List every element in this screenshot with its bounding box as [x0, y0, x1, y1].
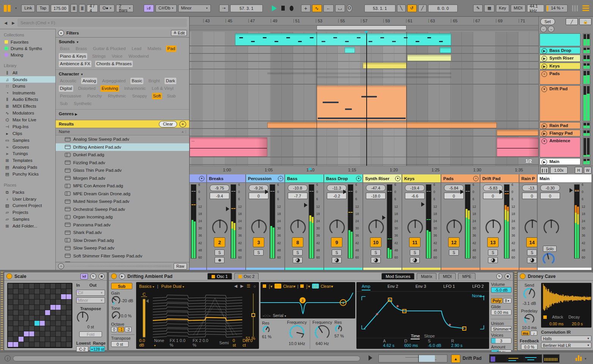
scale-grid-cell[interactable]: [50, 315, 55, 320]
ir-category-menu[interactable]: Halls▼: [541, 336, 591, 341]
scale-grid-cell[interactable]: [50, 284, 55, 289]
scale-grid-cell[interactable]: [19, 337, 24, 342]
scale-grid-cell[interactable]: [13, 321, 18, 326]
scale-grid-cell[interactable]: [56, 315, 61, 320]
mixer-strip-pads[interactable]: Pads≡-5.840606121824303642486012S: [441, 174, 480, 270]
scale-grid-cell[interactable]: [45, 305, 50, 310]
root-note-menu[interactable]: C#/Db▾: [155, 5, 177, 12]
feedback-value[interactable]: 0.0 %: [521, 344, 538, 350]
unison-mode-menu[interactable]: Shimmer▼: [491, 326, 511, 332]
volume-value[interactable]: -5.0 dB: [491, 287, 511, 293]
sidebar-item-templates[interactable]: ⊞Templates: [0, 157, 55, 164]
transpose-knob[interactable]: [76, 311, 89, 325]
scale-grid-cell[interactable]: [45, 342, 50, 347]
link-button[interactable]: Link: [21, 5, 35, 12]
filter2-mode-menu[interactable]: Clean▾: [321, 284, 333, 289]
nudge-up-button[interactable]: ||||: [79, 4, 86, 13]
character-tag-soft[interactable]: Soft: [152, 93, 162, 99]
hot-swap-icon[interactable]: ↻: [496, 273, 502, 279]
scale-grid-cell[interactable]: [8, 337, 13, 342]
scale-grid-cell[interactable]: [45, 289, 50, 294]
track-header-rain-pad[interactable]: ▶Rain Pad: [540, 122, 580, 129]
mixer-strip-percussion[interactable]: Percussion≡-9.26060612182430364248603S: [246, 174, 285, 270]
sidebar-item-packs[interactable]: ⧉Packs: [0, 189, 55, 196]
sidebar-item-mixing[interactable]: Mixing: [0, 52, 55, 58]
scale-grid-cell[interactable]: [45, 331, 50, 336]
scale-grid-cell[interactable]: [24, 342, 29, 347]
wavetable-position-slider[interactable]: [251, 293, 255, 337]
stop-button[interactable]: [281, 6, 285, 11]
sounds-tag-mallets[interactable]: Mallets: [146, 46, 162, 52]
scale-grid-cell[interactable]: [50, 342, 55, 347]
scale-grid-cell[interactable]: [35, 326, 39, 331]
drift-device-on-toggle[interactable]: [111, 273, 117, 279]
ir-file-menu[interactable]: Berliner Hall LR▼: [541, 342, 591, 348]
groove-amount-button[interactable]: O●▾: [99, 5, 114, 12]
character-filter-group-title[interactable]: Character ▼: [59, 71, 186, 78]
filter2-res-value[interactable]: 57 %: [334, 334, 355, 338]
save-preset-icon[interactable]: ▣: [505, 273, 511, 279]
fader-handle[interactable]: [265, 190, 268, 194]
scale-grid-cell[interactable]: [29, 289, 34, 294]
character-tag-punchy[interactable]: Punchy: [86, 93, 103, 99]
strip-header[interactable]: Main: [538, 174, 592, 183]
midi-arrangement-overdub-button[interactable]: +: [301, 5, 310, 12]
track-activator-button[interactable]: 2: [214, 237, 225, 247]
scale-grid-cell[interactable]: [40, 326, 45, 331]
sidebar-item-projects[interactable]: ▱Projects: [0, 209, 55, 216]
fx1-value[interactable]: FX 1 0.0 %: [169, 338, 188, 347]
scale-grid-cell[interactable]: [24, 331, 29, 336]
tab-mpe[interactable]: MPE: [458, 273, 475, 279]
clip-breaks[interactable]: [235, 33, 451, 46]
scale-root-menu[interactable]: C#▼: [76, 290, 105, 296]
octave-0-button[interactable]: 0: [111, 327, 117, 332]
filter1-res-knob[interactable]: [262, 325, 270, 334]
result-item[interactable]: MPE Con Amore Pad.adg: [56, 182, 189, 190]
device-thumbnail[interactable]: [543, 354, 560, 363]
result-item[interactable]: Drifting Ambient Pad.adv: [56, 143, 189, 151]
sub-button[interactable]: Sub: [111, 283, 132, 289]
scale-grid-cell[interactable]: [19, 315, 24, 320]
automation-arm-button[interactable]: ∿: [312, 5, 322, 12]
nudge-down-button[interactable]: ||||: [71, 4, 77, 13]
overview-play-icon[interactable]: [369, 355, 372, 361]
sidebar-item-midi-effects[interactable]: ≣MIDI Effects: [0, 103, 55, 110]
scale-grid-cell[interactable]: [40, 331, 45, 336]
scale-grid-cell[interactable]: [50, 321, 55, 326]
decay-value[interactable]: 600 ms: [404, 343, 418, 348]
track-header-ambience[interactable]: ▼Ambience: [540, 137, 580, 157]
track-height-button[interactable]: H: [575, 167, 582, 174]
scale-grid-cell[interactable]: [45, 284, 50, 289]
character-tag-synthetic[interactable]: Synthetic: [72, 100, 93, 107]
scale-grid-cell[interactable]: [19, 300, 24, 304]
reverb-device-on-toggle[interactable]: [520, 273, 526, 279]
scale-grid-cell[interactable]: [24, 284, 29, 289]
scale-grid-cell[interactable]: [66, 315, 71, 320]
result-item[interactable]: MPE Dream Grain Drone.adg: [56, 190, 189, 198]
track-header-keys[interactable]: ▶Keys: [540, 63, 580, 69]
mixer-strip-synth-riser[interactable]: Synth Riser▼-47.4-18.0606121824303642486…: [363, 174, 402, 270]
scale-grid-cell[interactable]: [29, 321, 34, 326]
sidebar-item-max-for-live[interactable]: ⌬Max for Live: [0, 116, 55, 123]
volume-field[interactable]: -9.4: [210, 193, 229, 199]
solo-button[interactable]: S: [332, 249, 342, 256]
scale-grid-cell[interactable]: [66, 294, 71, 299]
logo-chevron-icon[interactable]: ▾: [15, 6, 17, 10]
group-icon[interactable]: ≡: [541, 71, 547, 77]
pan-knob[interactable]: [543, 219, 560, 237]
arm-record-button[interactable]: [527, 257, 537, 263]
midi-map-button[interactable]: MIDI: [511, 5, 526, 12]
tone-value[interactable]: 0.0 %: [121, 314, 132, 318]
sounds-tag-brass[interactable]: Brass: [75, 46, 88, 52]
filter-response-graph[interactable]: 2 1: [260, 292, 355, 315]
preview-play-icon[interactable]: ▶: [119, 273, 125, 279]
pan-knob[interactable]: [368, 219, 384, 237]
track-activator-button[interactable]: 14: [526, 237, 538, 247]
peak-level-field[interactable]: -47.4: [366, 185, 386, 191]
scale-grid-cell[interactable]: [50, 289, 55, 294]
gain-value[interactable]: -20 dB: [121, 298, 133, 303]
sounds-tag-strings[interactable]: Strings: [91, 53, 107, 60]
arm-record-button[interactable]: [488, 257, 498, 263]
gain-knob[interactable]: [111, 295, 121, 306]
scale-grid-cell[interactable]: [66, 284, 71, 289]
